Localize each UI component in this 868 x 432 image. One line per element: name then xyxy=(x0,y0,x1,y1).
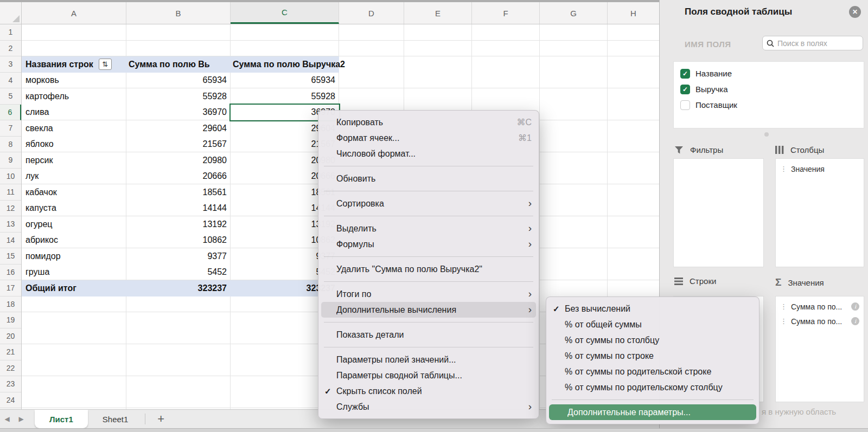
add-sheet-button[interactable]: + xyxy=(148,413,174,425)
pivot-row[interactable]: абрикос 10862 10862 xyxy=(22,233,339,249)
columns-area-item[interactable]: ⋮ Значения xyxy=(776,162,864,176)
context-menu-item[interactable]: ✓ › xyxy=(324,281,533,282)
submenu-item[interactable]: ✓ % от суммы по строке xyxy=(546,348,759,364)
drag-handle-icon[interactable]: ⋮ xyxy=(780,317,787,325)
pivot-row[interactable]: кабачок 18561 18561 xyxy=(22,184,339,201)
row-header[interactable]: 1 xyxy=(0,24,21,41)
pivot-row[interactable]: огурец 13192 13192 xyxy=(22,216,339,233)
select-all-corner[interactable] xyxy=(0,2,22,24)
row-header[interactable]: 21 xyxy=(0,344,21,360)
submenu-item[interactable]: ✓ % от суммы по родительской строке xyxy=(546,364,759,379)
sort-filter-button[interactable]: ⇅ xyxy=(99,59,112,70)
context-menu-item[interactable]: ✓ Параметры полей значений... › xyxy=(318,352,539,367)
column-header[interactable]: A xyxy=(22,2,126,24)
row-header[interactable]: 17 xyxy=(0,280,21,296)
row-header[interactable]: 23 xyxy=(0,376,21,392)
next-sheet-arrow[interactable]: ▶ xyxy=(14,415,28,423)
row-header[interactable]: 6 xyxy=(0,105,21,121)
context-menu-item[interactable]: ✓ Формулы › xyxy=(318,236,539,252)
close-panel-button[interactable]: ✕ xyxy=(849,6,861,18)
column-header[interactable]: E xyxy=(404,2,472,24)
pivot-row[interactable]: лук 20666 20666 xyxy=(22,169,339,185)
sheet-tab[interactable]: Sheet1 xyxy=(88,410,143,428)
field-checkbox[interactable]: ✓ xyxy=(680,100,690,110)
field-checkbox-row[interactable]: ✓ Поставщик xyxy=(674,97,864,113)
drag-handle-icon[interactable]: ⋮ xyxy=(780,165,787,173)
row-header[interactable]: 14 xyxy=(0,233,21,249)
values-area-item[interactable]: ⋮ Сумма по по... i xyxy=(776,299,864,314)
submenu-item[interactable]: ✓ Дополнительные параметры... xyxy=(549,404,756,420)
submenu-item[interactable]: ✓ % от общей суммы xyxy=(546,317,759,332)
context-menu-item[interactable]: ✓ Службы › xyxy=(318,399,539,415)
prev-sheet-arrow[interactable]: ◀ xyxy=(0,415,14,423)
row-header[interactable]: 19 xyxy=(0,312,21,328)
context-menu-item[interactable]: ✓ Формат ячеек... ⌘1 › xyxy=(318,130,539,146)
submenu-item[interactable]: ✓ % от суммы по родительскому столбцу xyxy=(546,379,759,395)
column-header[interactable]: F xyxy=(472,2,540,24)
row-header[interactable]: 8 xyxy=(0,137,21,153)
field-checkbox-row[interactable]: ✓ Выручка xyxy=(674,81,864,97)
row-header[interactable]: 7 xyxy=(0,120,21,137)
panel-resize-dot[interactable] xyxy=(764,132,769,137)
row-header[interactable]: 5 xyxy=(0,88,21,105)
pivot-row[interactable]: картофель 55928 55928 xyxy=(22,88,339,105)
field-checkbox-row[interactable]: ✓ Название xyxy=(674,66,864,81)
pivot-row[interactable]: персик 20980 20980 xyxy=(22,152,339,169)
filters-drop-area[interactable] xyxy=(673,158,764,267)
context-menu-item[interactable]: ✓ Удалить "Сумма по полю Выручка2" › xyxy=(318,261,539,277)
pivot-row[interactable]: груша 5452 5452 xyxy=(22,265,339,281)
context-menu-item[interactable]: ✓ Показать детали › xyxy=(318,327,539,343)
column-header[interactable]: G xyxy=(540,2,608,24)
row-header[interactable]: 22 xyxy=(0,360,21,377)
context-menu-item[interactable]: ✓ › xyxy=(324,216,533,216)
pivot-grand-total-row[interactable]: Общий итог 323237 323237 xyxy=(22,280,339,296)
row-header[interactable]: 3 xyxy=(0,56,21,73)
pivot-row[interactable]: помидор 9377 9377 xyxy=(22,248,339,265)
field-checkbox[interactable]: ✓ xyxy=(680,85,690,94)
context-menu-item[interactable]: ✓ Выделить › xyxy=(318,221,539,236)
row-header[interactable]: 4 xyxy=(0,73,21,89)
submenu-item[interactable]: ✓ xyxy=(552,399,754,400)
context-menu-item[interactable]: ✓ › xyxy=(324,256,533,257)
column-header[interactable]: B xyxy=(126,2,231,24)
row-header[interactable]: 13 xyxy=(0,216,21,233)
row-header[interactable]: 2 xyxy=(0,41,21,57)
row-header[interactable]: 9 xyxy=(0,152,21,169)
search-input[interactable] xyxy=(777,39,859,48)
context-menu-item[interactable]: ✓ Скрыть список полей › xyxy=(318,383,539,399)
context-menu-item[interactable]: ✓ Дополнительные вычисления › xyxy=(321,302,536,318)
submenu-item[interactable]: ✓ % от суммы по столбцу xyxy=(546,332,759,348)
column-header[interactable]: C xyxy=(231,2,339,24)
row-header[interactable]: 20 xyxy=(0,328,21,345)
pivot-row[interactable]: яблоко 21567 21567 xyxy=(22,137,339,153)
row-header[interactable]: 24 xyxy=(0,392,21,409)
context-menu-item[interactable]: ✓ › xyxy=(324,191,533,191)
context-menu-item[interactable]: ✓ Параметры сводной таблицы... › xyxy=(318,367,539,383)
context-menu-item[interactable]: ✓ Сортировка › xyxy=(318,196,539,211)
row-header[interactable]: 11 xyxy=(0,184,21,201)
pivot-row[interactable]: свекла 29604 29604 xyxy=(22,120,339,137)
drag-handle-icon[interactable]: ⋮ xyxy=(780,302,787,311)
row-header[interactable]: 18 xyxy=(0,296,21,313)
row-header[interactable]: 15 xyxy=(0,248,21,265)
context-menu-item[interactable]: ✓ Копировать ⌘C › xyxy=(318,114,539,130)
context-menu-item[interactable]: ✓ › xyxy=(324,347,533,347)
info-icon[interactable]: i xyxy=(851,317,859,325)
pivot-row[interactable]: капуста 14144 14144 xyxy=(22,201,339,217)
columns-drop-area[interactable]: ⋮ Значения xyxy=(775,158,864,267)
column-header[interactable]: H xyxy=(608,2,659,24)
info-icon[interactable]: i xyxy=(851,302,859,311)
values-area-item[interactable]: ⋮ Сумма по по... i xyxy=(776,314,864,328)
field-checkbox[interactable]: ✓ xyxy=(680,69,690,79)
values-drop-area[interactable]: ⋮ Сумма по по... i ⋮ Сумма по по... i xyxy=(775,296,864,402)
context-menu-item[interactable]: ✓ › xyxy=(324,322,533,323)
submenu-item[interactable]: ✓ Без вычислений xyxy=(546,301,759,317)
context-menu-item[interactable]: ✓ › xyxy=(324,166,533,166)
context-menu-item[interactable]: ✓ Числовой формат... › xyxy=(318,146,539,162)
context-menu-item[interactable]: ✓ Итоги по › xyxy=(318,286,539,302)
field-search-box[interactable] xyxy=(762,36,863,50)
row-header[interactable]: 12 xyxy=(0,201,21,217)
row-header[interactable]: 16 xyxy=(0,265,21,281)
pivot-row[interactable]: морковь 65934 65934 xyxy=(22,73,339,89)
sheet-tab[interactable]: Лист1 xyxy=(35,410,88,428)
